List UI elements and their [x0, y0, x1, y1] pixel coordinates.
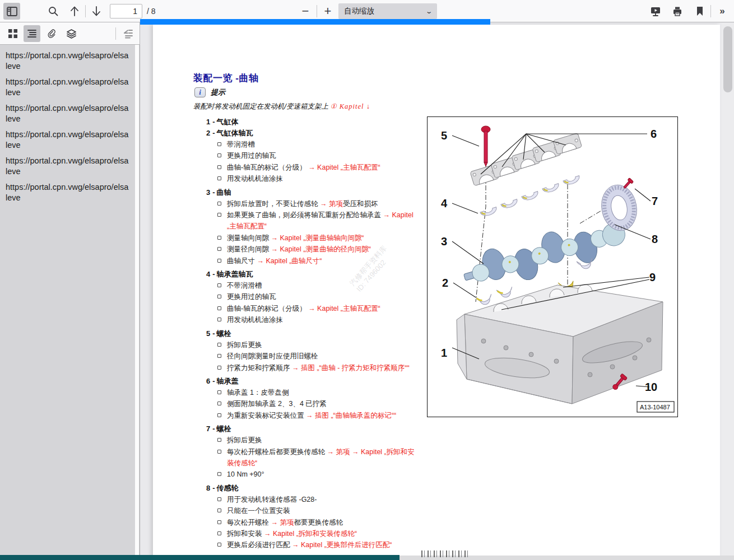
- toolbar-separator: [317, 5, 317, 17]
- presentation-icon: [650, 6, 661, 17]
- bullet-square-icon: [217, 520, 221, 524]
- paperclip-icon: [47, 29, 57, 39]
- page-count-label: / 8: [147, 7, 156, 16]
- note-header: i 提示: [194, 87, 225, 97]
- chapter-link[interactable]: → 插图 „“曲轴轴承盖的标记““: [306, 412, 396, 419]
- chapter-link[interactable]: → Kapitel „主轴瓦配置“: [308, 164, 380, 171]
- bullet-square-icon: [217, 318, 221, 321]
- sidebar-toolbar: [0, 22, 140, 45]
- item-heading: 5-螺栓: [193, 330, 417, 337]
- note-chapter-link[interactable]: ① Kapitel ↓: [330, 102, 370, 110]
- search-icon: [48, 6, 59, 17]
- secondary-toolbar-toggle-button[interactable]: »: [714, 3, 731, 20]
- outline-item-link[interactable]: https://portal.cpn.vwg/elsapro/elsaleve: [6, 129, 133, 151]
- item-bullet: 曲轴尺寸 → Kapitel „曲轴尺寸“: [193, 255, 417, 267]
- outline-item-link[interactable]: https://portal.cpn.vwg/elsapro/elsaleve: [6, 77, 133, 98]
- chapter-link[interactable]: → Kapitel „测量曲轴轴向间隙“: [271, 234, 364, 242]
- item-bullet: 拆卸和安装 → Kapitel „拆卸和安装传感轮“: [193, 528, 417, 539]
- chevron-down-icon: ⌄: [425, 8, 433, 15]
- sidebar-scrollbar[interactable]: [135, 45, 139, 560]
- chapter-link[interactable]: → Kapitel „测量曲轴的径向间隙“: [271, 245, 371, 253]
- bullet-square-icon: [217, 497, 221, 501]
- item-bullet: 用发动机机油涂抹: [193, 173, 417, 184]
- item-heading: 4-轴承盖轴瓦: [193, 270, 417, 278]
- bullet-square-icon: [217, 236, 221, 240]
- chapter-link[interactable]: → 插图 „“曲轴 - 拧紧力矩和拧紧顺序““: [292, 364, 410, 372]
- figure-id: A13-10487: [637, 402, 674, 412]
- bullet-square-icon: [217, 390, 221, 394]
- chapter-link[interactable]: → Kapitel „曲轴尺寸“: [257, 257, 322, 265]
- thumbnails-icon: [8, 29, 18, 39]
- item-heading: 3-曲轴: [193, 189, 417, 196]
- current-outline-item-icon: [123, 29, 133, 39]
- toolbar-separator: [710, 5, 711, 17]
- svg-text:4: 4: [441, 197, 448, 209]
- zoom-out-glyph: −: [302, 4, 309, 18]
- attachments-view-button[interactable]: [43, 25, 60, 42]
- vertical-scrollbar[interactable]: [722, 23, 734, 560]
- item-bullet: 每次松开螺栓后都要更换传感轮 → 第项 → Kapitel „拆卸和安装传感轮“: [193, 446, 417, 469]
- bullet-square-icon: [217, 343, 221, 347]
- zoom-out-button[interactable]: −: [297, 3, 314, 20]
- chapter-link[interactable]: → 第项: [320, 200, 343, 208]
- item-bullet: 拆卸后更换: [193, 435, 417, 446]
- bullet-square-icon: [217, 531, 221, 535]
- outline-view-button[interactable]: [24, 25, 40, 42]
- outline-item-link[interactable]: https://portal.cpn.vwg/elsapro/elsaleve: [6, 156, 133, 177]
- bullet-square-icon: [217, 354, 221, 358]
- outline-item-link[interactable]: https://portal.cpn.vwg/elsapro/elsaleve: [6, 50, 133, 72]
- bullet-square-icon: [217, 202, 221, 206]
- print-icon: [672, 6, 683, 17]
- page-number-input[interactable]: [110, 4, 142, 18]
- item-bullet: 只能在一个位置安装: [193, 505, 417, 516]
- item-bullet: 拆卸后更换: [193, 339, 417, 351]
- bullet-square-icon: [217, 142, 221, 146]
- outline-item-link[interactable]: https://portal.cpn.vwg/elsapro/elsaleve: [6, 103, 133, 124]
- item-heading: 6-轴承盖: [193, 377, 417, 385]
- thumbnails-view-button[interactable]: [4, 25, 21, 42]
- arrow-up-icon: [69, 6, 80, 17]
- upper-bearing-shells: [480, 176, 581, 218]
- svg-text:8: 8: [652, 233, 658, 245]
- chapter-link[interactable]: → Kapitel „更换部件后进行匹配“: [292, 541, 392, 549]
- previous-page-button[interactable]: [66, 3, 83, 20]
- scrollbar-thumb[interactable]: [723, 26, 732, 92]
- sidebar-toggle-icon: [7, 6, 17, 17]
- item-bullet: 侧面附加轴承盖 2、3、4 已拧紧: [193, 398, 417, 409]
- bullet-square-icon: [217, 283, 221, 287]
- bookmark-icon: [695, 6, 704, 17]
- svg-text:9: 9: [649, 271, 656, 283]
- svg-text:1: 1: [441, 347, 447, 359]
- current-outline-item-button[interactable]: [120, 25, 137, 42]
- pdf-viewer-area[interactable]: 装配一览 -曲轴 i 提示 装配时将发动机固定在发动机/变速箱支架上 ① Kap…: [141, 23, 722, 560]
- outline-item-link[interactable]: https://portal.cpn.vwg/elsapro/elsaleve: [6, 182, 133, 203]
- bullet-square-icon: [217, 247, 221, 251]
- arrow-down-icon: [91, 6, 101, 17]
- info-icon: i: [194, 87, 206, 97]
- outline-list: https://portal.cpn.vwg/elsapro/elsaleveh…: [0, 45, 140, 214]
- find-button[interactable]: [45, 3, 62, 20]
- item-bullet: 测量径向间隙 → Kapitel „测量曲轴的径向间隙“: [193, 244, 417, 255]
- print-button[interactable]: [669, 3, 686, 20]
- bullet-square-icon: [217, 543, 221, 547]
- bullet-square-icon: [217, 213, 221, 217]
- chapter-link[interactable]: → Kapitel „拆卸和安装传感轮“: [264, 530, 357, 538]
- chapter-link[interactable]: → 第项: [271, 519, 294, 526]
- figure-id-label: A13-10487: [640, 404, 670, 410]
- next-page-button[interactable]: [88, 3, 105, 20]
- presentation-mode-button[interactable]: [647, 3, 664, 20]
- exploded-view-diagram: 1 2 3 4 5 6 7 8 9 10 A13-10487: [427, 116, 678, 417]
- item-bullet: 为重新安装标记安装位置 → 插图 „“曲轴轴承盖的标记““: [193, 410, 417, 421]
- item-bullet: 拆卸后放置时，不要让传感轮 → 第项受压和损坏: [193, 198, 417, 209]
- chapter-link[interactable]: → Kapitel „主轴瓦配置“: [308, 305, 380, 312]
- zoom-select[interactable]: 自动缩放 ⌄: [338, 3, 437, 19]
- item-bullet: 测量轴向间隙 → Kapitel „测量曲轴轴向间隙“: [193, 232, 417, 244]
- layers-view-button[interactable]: [63, 25, 80, 42]
- toggle-sidebar-button[interactable]: [3, 3, 20, 20]
- zoom-in-glyph: +: [324, 4, 332, 18]
- bullet-square-icon: [217, 438, 221, 442]
- bullet-square-icon: [217, 402, 221, 405]
- current-view-bookmark-button[interactable]: [691, 3, 708, 20]
- zoom-in-button[interactable]: +: [319, 3, 336, 20]
- bullet-square-icon: [217, 165, 221, 169]
